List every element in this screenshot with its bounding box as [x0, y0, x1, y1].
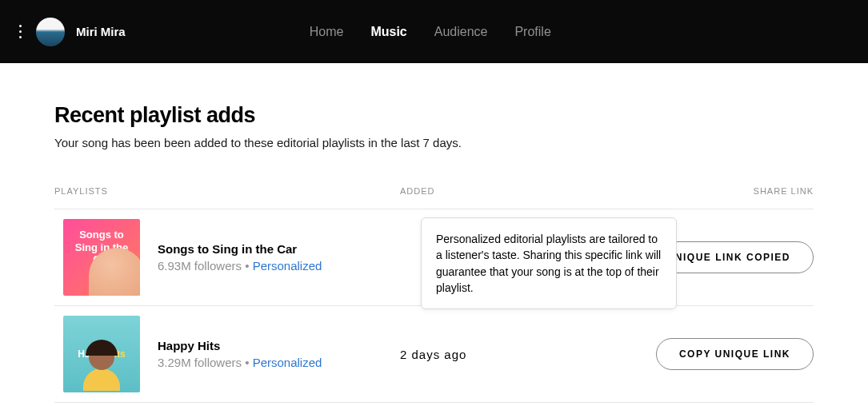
nav-profile[interactable]: Profile — [514, 25, 550, 39]
page-subtitle: Your song has been been added to these e… — [54, 136, 814, 149]
main-nav: Home Music Audience Profile — [310, 25, 551, 39]
meta-separator: • — [242, 259, 253, 273]
playlist-name[interactable]: Songs to Sing in the Car — [158, 242, 400, 256]
app-header: Miri Mira Home Music Audience Profile — [0, 0, 868, 63]
personalized-tooltip: Personalized editorial playlists are tai… — [421, 217, 677, 309]
playlist-info: Happy Hits 3.29M followers • Personalize… — [158, 339, 400, 369]
username: Miri Mira — [76, 25, 126, 38]
menu-icon[interactable] — [19, 25, 22, 38]
avatar[interactable] — [36, 18, 65, 46]
nav-music[interactable]: Music — [370, 25, 406, 39]
playlist-meta: 3.29M followers • Personalized — [158, 356, 400, 369]
cover-art-figure — [78, 344, 126, 392]
main-content: Recent playlist adds Your song has been … — [0, 63, 868, 406]
page-title: Recent playlist adds — [54, 103, 814, 128]
meta-separator: • — [242, 356, 253, 369]
nav-audience[interactable]: Audience — [434, 25, 488, 39]
followers-count: 6.93M followers — [158, 259, 242, 273]
copy-link-button[interactable]: COPY UNIQUE LINK — [656, 338, 814, 370]
col-playlists-label: PLAYLISTS — [54, 186, 400, 196]
share-cell: COPY UNIQUE LINK — [611, 338, 814, 370]
playlist-meta: 6.93M followers • Personalized — [158, 259, 400, 273]
table-row: Songs to Sing in the Car Songs to Sing i… — [54, 209, 814, 306]
playlist-name[interactable]: Happy Hits — [158, 339, 400, 352]
table-row: HappyHits Happy Hits 3.29M followers • P… — [54, 306, 814, 403]
cover-art-figure — [89, 248, 140, 296]
personalized-link[interactable]: Personalized — [253, 356, 322, 369]
playlist-cover[interactable]: Songs to Sing in the Car — [63, 219, 140, 296]
col-share-label: SHARE LINK — [611, 186, 814, 196]
table-header: PLAYLISTS ADDED SHARE LINK — [54, 186, 814, 209]
col-added-label: ADDED — [400, 186, 611, 196]
personalized-link[interactable]: Personalized — [253, 259, 322, 273]
followers-count: 3.29M followers — [158, 356, 242, 369]
playlist-info: Songs to Sing in the Car 6.93M followers… — [158, 242, 400, 273]
playlist-cover[interactable]: HappyHits — [63, 316, 140, 392]
added-time: 2 days ago — [400, 348, 611, 361]
nav-home[interactable]: Home — [310, 25, 344, 39]
